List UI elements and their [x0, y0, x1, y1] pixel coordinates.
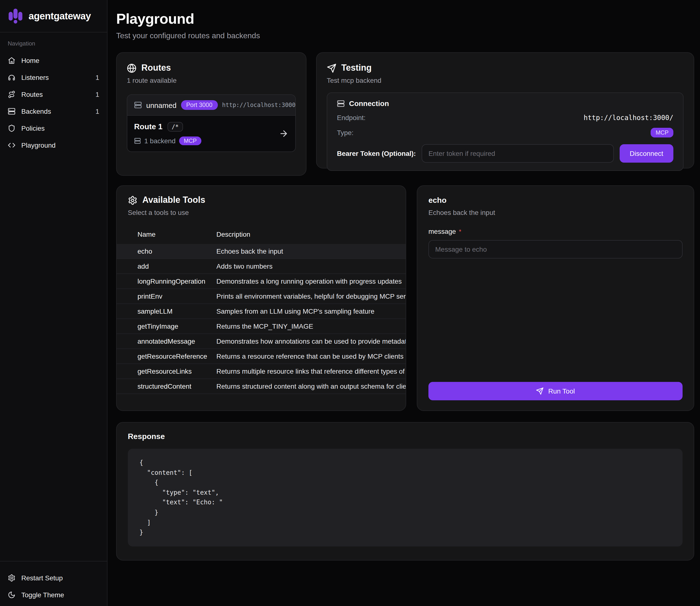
- nav-section-label: Navigation: [8, 40, 99, 47]
- route-row[interactable]: Route 1 /* 1 backend MCP: [127, 116, 295, 152]
- tool-row[interactable]: sampleLLM Samples from an LLM using MCP'…: [117, 304, 406, 319]
- message-input[interactable]: [428, 240, 682, 258]
- nav-item-count: 1: [95, 107, 99, 115]
- nav-item-label: Listeners: [21, 73, 90, 81]
- nav-item-label: Routes: [21, 90, 90, 98]
- endpoint-value: http://localhost:3000/: [584, 114, 673, 121]
- sidebar-footer: Restart Setup Toggle Theme: [0, 561, 107, 606]
- nav-item-count: 1: [95, 73, 99, 81]
- tool-row[interactable]: structuredContent Returns structured con…: [117, 379, 406, 394]
- message-field-label: message: [428, 228, 456, 235]
- testing-card: Testing Test mcp backend Connection Endp…: [316, 52, 694, 168]
- tool-row[interactable]: getResourceLinks Returns multiple resour…: [117, 364, 406, 379]
- tool-description: Demonstrates how annotations can be used…: [209, 334, 406, 349]
- disconnect-button[interactable]: Disconnect: [620, 144, 673, 163]
- run-tool-button[interactable]: Run Tool: [428, 382, 682, 400]
- sidebar-footer-item[interactable]: Toggle Theme: [0, 586, 107, 603]
- response-json: { "content": [ { "type": "text", "text":…: [139, 458, 671, 538]
- send-icon: [327, 63, 336, 73]
- sidebar-nav-item[interactable]: Backends 1: [0, 102, 107, 120]
- brand-name: agentgateway: [28, 10, 91, 22]
- sidebar: agentgateway Navigation Home Listeners 1: [0, 0, 108, 606]
- tool-row[interactable]: getTinyImage Returns the MCP_TINY_IMAGE: [117, 319, 406, 334]
- nav-list: Home Listeners 1 Routes 1 Backe: [0, 52, 107, 154]
- tool-name: printEnv: [117, 289, 209, 303]
- tool-description: Returns multiple resource links that ref…: [209, 364, 406, 378]
- listener-header: unnamed Port 3000 http://localhost:3000/: [127, 95, 295, 116]
- route-icon: [8, 90, 16, 98]
- tool-row[interactable]: add Adds two numbers: [117, 259, 406, 274]
- nav-item-label: Playground: [21, 141, 93, 149]
- route-backend-count: 1 backend: [144, 137, 176, 145]
- nav-item-label: Policies: [21, 124, 93, 132]
- app-root: agentgateway Navigation Home Listeners 1: [0, 0, 700, 606]
- sidebar-footer-item[interactable]: Restart Setup: [0, 569, 107, 586]
- main-content: Playground Test your configured routes a…: [108, 0, 700, 606]
- tool-name: longRunningOperation: [117, 274, 209, 288]
- tool-row[interactable]: getResourceReference Returns a resource …: [117, 349, 406, 364]
- sidebar-nav-item[interactable]: Routes 1: [0, 86, 107, 102]
- tool-name: sampleLLM: [117, 304, 209, 319]
- page-title: Playground: [116, 10, 694, 27]
- server-icon: [337, 99, 345, 107]
- tool-description: Demonstrates a long running operation wi…: [209, 274, 406, 288]
- nav-item-label: Home: [21, 56, 93, 64]
- agentgateway-logo-icon: [7, 8, 24, 24]
- tool-name: structuredContent: [117, 379, 209, 394]
- testing-card-title: Testing: [341, 63, 372, 73]
- connection-title: Connection: [349, 99, 389, 108]
- tool-row[interactable]: echo Echoes back the input: [117, 244, 406, 259]
- bearer-token-input[interactable]: [422, 144, 613, 163]
- moon-icon: [8, 591, 16, 599]
- tool-name: annotatedMessage: [117, 334, 209, 349]
- tool-name: add: [117, 259, 209, 274]
- tool-description: Echoes back the input: [209, 244, 406, 258]
- testing-card-subtitle: Test mcp backend: [327, 76, 683, 84]
- tool-description: Prints all environment variables, helpfu…: [209, 289, 406, 303]
- headphones-icon: [8, 73, 16, 81]
- routes-card-title: Routes: [141, 63, 171, 73]
- tool-row[interactable]: annotatedMessage Demonstrates how annota…: [117, 334, 406, 349]
- type-label: Type:: [337, 129, 354, 137]
- connection-box: Connection Endpoint: http://localhost:30…: [327, 92, 683, 171]
- tool-run-panel: echo Echoes back the input message * Run…: [417, 185, 694, 411]
- sidebar-nav-item[interactable]: Listeners 1: [0, 69, 107, 86]
- required-marker: *: [459, 228, 461, 235]
- tool-panel-title: echo: [428, 196, 682, 205]
- globe-icon: [127, 63, 137, 73]
- nav-item-label: Backends: [21, 107, 90, 115]
- route-type-badge: MCP: [179, 137, 202, 145]
- brand: agentgateway: [0, 0, 107, 32]
- port-badge: Port 3000: [181, 100, 217, 110]
- listener-name: unnamed: [146, 101, 177, 109]
- listener-url: http://localhost:3000/: [222, 102, 296, 109]
- tool-description: Returns structured content along with an…: [209, 379, 406, 394]
- server-icon: [134, 137, 141, 144]
- arrow-right-icon[interactable]: [279, 129, 288, 138]
- tool-name: echo: [117, 244, 209, 258]
- tool-description: Adds two numbers: [209, 259, 406, 274]
- code-icon: [8, 141, 16, 149]
- sidebar-nav-item[interactable]: Home: [0, 52, 107, 69]
- available-tools-card: Available Tools Select a tools to use Na…: [116, 185, 406, 411]
- tool-panel-subtitle: Echoes back the input: [428, 209, 682, 216]
- response-card: Response { "content": [ { "type": "text"…: [116, 422, 694, 560]
- nav-item-count: 1: [95, 90, 99, 98]
- tools-table: Name Description echo Echoes back the in…: [117, 225, 406, 394]
- gear-icon: [8, 574, 16, 582]
- sidebar-spacer: [0, 154, 107, 561]
- response-code-block: { "content": [ { "type": "text", "text":…: [128, 449, 682, 546]
- bearer-token-label: Bearer Token (Optional):: [337, 149, 416, 157]
- run-tool-label: Run Tool: [548, 387, 575, 395]
- tool-name: getTinyImage: [117, 319, 209, 333]
- footer-item-label: Restart Setup: [21, 574, 99, 582]
- route-path-badge: /*: [167, 122, 183, 132]
- routes-card-subtitle: 1 route available: [127, 76, 296, 84]
- response-title: Response: [128, 432, 682, 441]
- tool-row[interactable]: longRunningOperation Demonstrates a long…: [117, 274, 406, 289]
- sidebar-nav-item[interactable]: Playground: [0, 137, 107, 154]
- footer-item-label: Toggle Theme: [21, 591, 99, 599]
- listener-box: unnamed Port 3000 http://localhost:3000/…: [127, 94, 296, 152]
- tool-row[interactable]: printEnv Prints all environment variable…: [117, 289, 406, 304]
- sidebar-nav-item[interactable]: Policies: [0, 120, 107, 137]
